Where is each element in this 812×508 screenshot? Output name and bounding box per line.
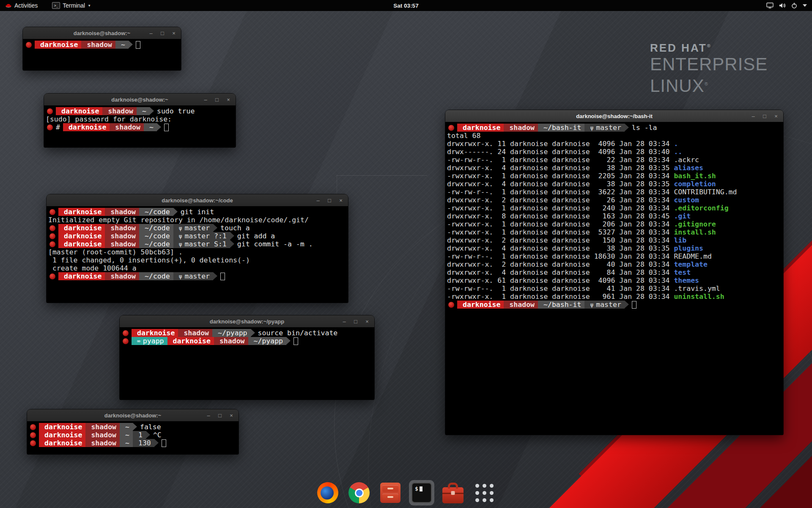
file-row: drwxrwxr-x. 4 darknoise darknoise 38 Jan… (447, 180, 783, 188)
brand-redhat: RED HAT (650, 41, 707, 54)
window-title: darknoise@shadow:~ (74, 30, 130, 36)
prompt-segment-host: shadow (105, 272, 139, 280)
system-tray[interactable] (766, 3, 812, 8)
window-titlebar[interactable]: darknoise@shadow:~/code – □ × (47, 194, 348, 207)
prompt-segment-path: ~ (144, 123, 157, 131)
app-menu-terminal[interactable]: >_ Terminal ▼ (50, 0, 93, 11)
prompt-segment-user: darknoise (167, 337, 214, 345)
terminal-content[interactable]: darknoiseshadow~ (23, 39, 181, 70)
prompt-segment-user: darknoise (56, 107, 102, 115)
display-icon[interactable] (766, 3, 774, 8)
terminal-window: darknoise@shadow:~/pyapp – □ × darknoise… (120, 315, 374, 400)
dock-item-firefox[interactable] (315, 480, 340, 505)
chevron-down-icon[interactable] (803, 4, 807, 7)
prompt-line: darknoiseshadow~false (29, 423, 239, 431)
prompt-segment-host: shadow (85, 431, 120, 439)
firefox-icon (317, 482, 338, 503)
prompt-segment-host: shadow (178, 329, 212, 337)
file-name: .. (674, 148, 682, 156)
command-text: touch a (220, 224, 250, 232)
dock-item-files[interactable] (378, 480, 403, 505)
brand-linux: LINUX (650, 76, 705, 96)
activities-button[interactable]: Activities (3, 0, 39, 11)
file-attributes: -rw-rw-r--. 1 darknoise darknoise 41 Jan… (447, 284, 674, 293)
prompt-segment-path: ~/bash-it (538, 301, 584, 309)
volume-icon[interactable] (779, 3, 786, 8)
dock-item-terminal[interactable]: $ (409, 480, 434, 505)
maximize-button[interactable]: □ (326, 197, 332, 204)
window-titlebar[interactable]: darknoise@shadow:~ – □ × (27, 409, 239, 422)
output-line: create mode 100644 a (48, 264, 348, 272)
terminal-content[interactable]: darknoiseshadow~/bash-itψmasterls -latot… (445, 122, 783, 435)
terminal-content[interactable]: darknoiseshadow~/codegit initInitialized… (47, 206, 348, 303)
close-button[interactable]: × (364, 318, 370, 325)
close-button[interactable]: × (225, 97, 231, 103)
minimize-button[interactable]: – (203, 97, 208, 103)
redhat-prompt-icon (448, 125, 454, 131)
file-name: completion (674, 180, 716, 188)
maximize-button[interactable]: □ (217, 412, 223, 419)
minimize-button[interactable]: – (750, 113, 756, 119)
file-name: install.sh (674, 228, 716, 236)
clock[interactable]: Sat 03:57 (393, 3, 418, 9)
file-attributes: -rw-rw-r--. 1 darknoise darknoise 3622 J… (447, 188, 674, 196)
file-attributes: drwxrwxr-x. 4 darknoise darknoise 38 Jan… (447, 180, 674, 188)
maximize-button[interactable]: □ (353, 318, 359, 325)
file-name: aliases (674, 164, 703, 172)
window-title: darknoise@shadow:~ (104, 412, 161, 419)
prompt-segment-git: ψmaster (173, 272, 213, 280)
dock-item-app-grid[interactable] (472, 480, 497, 505)
file-attributes: drwxrwxr-x. 8 darknoise darknoise 163 Ja… (447, 212, 674, 220)
close-button[interactable]: × (773, 113, 779, 119)
window-title: darknoise@shadow:~/code (162, 197, 233, 204)
file-row: drwxrwxr-x. 4 darknoise darknoise 84 Jan… (447, 268, 783, 276)
prompt-line: darknoiseshadow~/codeψmastertouch a (48, 224, 348, 232)
terminal-cursor (294, 337, 298, 345)
minimize-button[interactable]: – (341, 318, 347, 325)
file-name: .travis.yml (674, 284, 720, 293)
prompt-segment-path: ~ (120, 423, 133, 431)
file-attributes: -rwxrwxr-x. 1 darknoise darknoise 961 Ja… (447, 293, 674, 301)
prompt-segment-host: shadow (105, 224, 139, 232)
file-attributes: drwx------. 24 darknoise darknoise 4096 … (447, 148, 674, 156)
app-grid-icon (475, 484, 494, 502)
redhat-prompt-icon (26, 42, 32, 48)
output-text: 1 file changed, 0 insertions(+), 0 delet… (48, 256, 250, 264)
terminal-content[interactable]: darknoiseshadow~/pyappsource bin/activat… (120, 327, 374, 400)
minimize-button[interactable]: – (206, 412, 211, 419)
window-title: darknoise@shadow:~/bash-it (576, 113, 653, 119)
terminal-content[interactable]: darknoiseshadow~falsedarknoiseshadow~1^C… (27, 421, 239, 454)
terminal-cursor (632, 301, 636, 309)
file-name: README.md (674, 252, 711, 260)
close-button[interactable]: × (171, 30, 177, 36)
minimize-button[interactable]: – (148, 30, 154, 36)
prompt-line: ∞pyappdarknoiseshadow~/pyapp (121, 337, 374, 345)
file-attributes: drwxrwxr-x. 2 darknoise darknoise 26 Jan… (447, 196, 674, 204)
maximize-button[interactable]: □ (762, 113, 768, 119)
file-name: .gitignore (674, 220, 716, 228)
terminal-content[interactable]: darknoiseshadow~sudo true[sudo] password… (44, 105, 236, 147)
window-titlebar[interactable]: darknoise@shadow:~ – □ × (44, 94, 236, 106)
maximize-button[interactable]: □ (214, 97, 220, 103)
prompt-segment-git: ψmaster (584, 301, 624, 309)
prompt-segment-host: shadow (102, 107, 137, 115)
window-titlebar[interactable]: darknoise@shadow:~/bash-it – □ × (445, 110, 783, 122)
dock-item-chrome[interactable] (346, 480, 372, 505)
file-row: drwx------. 24 darknoise darknoise 4096 … (447, 148, 783, 156)
window-title: darknoise@shadow:~/pyapp (210, 318, 284, 325)
files-icon (380, 483, 401, 503)
dock-item-toolbox[interactable] (440, 480, 466, 505)
file-row: -rwxrwxr-x. 1 darknoise darknoise 240 Ja… (447, 204, 783, 212)
window-titlebar[interactable]: darknoise@shadow:~/pyapp – □ × (120, 315, 374, 328)
minimize-button[interactable]: – (315, 197, 321, 204)
maximize-button[interactable]: □ (159, 30, 165, 36)
redhat-prompt-icon (30, 440, 36, 446)
close-button[interactable]: × (228, 412, 234, 419)
prompt-segment-user: darknoise (63, 123, 110, 131)
window-title: darknoise@shadow:~ (111, 97, 168, 103)
window-titlebar[interactable]: darknoise@shadow:~ – □ × (23, 27, 181, 39)
file-attributes: drwxrwxr-x. 4 darknoise darknoise 84 Jan… (447, 268, 674, 276)
prompt-segment-host: shadow (85, 423, 120, 431)
close-button[interactable]: × (338, 197, 344, 204)
power-icon[interactable] (791, 3, 797, 8)
